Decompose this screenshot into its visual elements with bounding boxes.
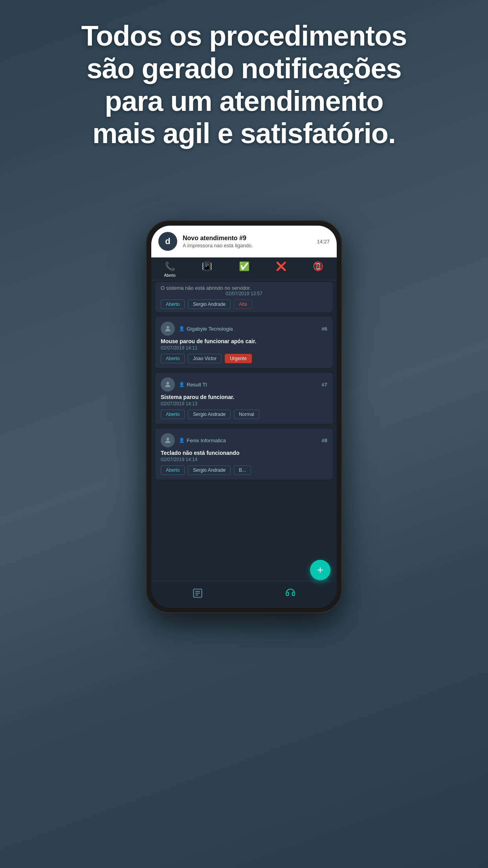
ticket-header-8: 👤 Fenix Informatica #8 (161, 433, 327, 447)
partial-ticket-date: 02/07/2019 13:57 (161, 291, 327, 296)
ticket-num-6: #6 (322, 326, 327, 332)
ticket-avatar-8 (161, 433, 175, 447)
svg-point-1 (167, 382, 169, 384)
tag-status-7: Aberto (161, 410, 185, 419)
ticket-title-7: Sistema parou de funcionar. (161, 394, 327, 400)
phone-mockup: d Novo atendimento #9 A impressora nao e… (146, 220, 342, 613)
tag-status-6: Aberto (161, 354, 185, 363)
tab-aberto[interactable]: 📞 Aberto (151, 261, 188, 278)
ticket-card-7[interactable]: 👤 Result TI #7 Sistema parou de funciona… (155, 373, 333, 424)
ticket-avatar-6 (161, 322, 175, 336)
ticket-avatar-7 (161, 377, 175, 392)
phone-body: d Novo atendimento #9 A impressora nao e… (146, 220, 342, 613)
notification-time: 14:27 (317, 239, 330, 245)
tab-2[interactable]: 📳 (188, 261, 225, 278)
fab-button[interactable]: + (310, 560, 330, 580)
tab-4[interactable]: ❌ (262, 261, 299, 278)
ticket-info-6: 👤 Gigabyte Tecnologia #6 (179, 326, 327, 332)
notification-content: Novo atendimento #9 A impressora nao est… (183, 235, 311, 248)
notification-avatar: d (158, 232, 177, 251)
ticket-date-6: 02/07/2019 14:11 (161, 345, 327, 351)
headline-text: Todos os procedimentos são gerado notifi… (16, 20, 472, 150)
ticket-num-7: #7 (322, 382, 327, 388)
ticket-title-8: Teclado não está funcionando (161, 450, 327, 456)
ticket-date-7: 02/07/2019 14:13 (161, 401, 327, 406)
ticket-card-8[interactable]: 👤 Fenix Informatica #8 Teclado não está … (155, 428, 333, 480)
tab-5[interactable]: 📵 (300, 261, 337, 278)
ticket-company-8: 👤 Fenix Informatica #8 (179, 438, 327, 443)
notification-subtitle: A impressora nao está ligando. (183, 243, 311, 248)
ticket-tags-6: Aberto Joao Victor Urgente (161, 354, 327, 363)
tag-person-8: Sergio Andrade (188, 465, 231, 475)
tab-bar: 📞 Aberto 📳 ✅ ❌ 📵 (151, 257, 337, 280)
tag-status-8: Aberto (161, 465, 185, 475)
tag-priority-6: Urgente (225, 354, 252, 363)
tag-person-6: Joao Victor (188, 354, 222, 363)
tag-priority-7: Normal (234, 410, 259, 419)
bottom-nav-tickets[interactable] (192, 588, 203, 601)
ticket-card-6[interactable]: 👤 Gigabyte Tecnologia #6 Mouse parou de … (155, 317, 333, 368)
phone-screen: d Novo atendimento #9 A impressora nao e… (151, 226, 337, 608)
tickets-list: O sistema não está abrindo no servidor. … (151, 280, 337, 581)
check-icon: ✅ (239, 261, 250, 272)
phone-icon: 📞 (165, 261, 175, 272)
tab-3[interactable]: ✅ (226, 261, 262, 278)
partial-ticket-text: O sistema não está abrindo no servidor. (161, 285, 327, 291)
bottom-nav (151, 581, 337, 608)
svg-point-0 (167, 326, 169, 329)
partial-ticket-tags: Aberto Sergio Andrade Alta (161, 300, 327, 309)
notification-banner[interactable]: d Novo atendimento #9 A impressora nao e… (151, 226, 337, 257)
ticket-company-6: 👤 Gigabyte Tecnologia #6 (179, 326, 327, 332)
tag-priority-8: B... (234, 465, 251, 475)
notification-title: Novo atendimento #9 (183, 235, 311, 242)
tag-person: Sergio Andrade (188, 300, 231, 309)
phone-vibrate-icon: 📳 (202, 261, 212, 272)
tag-status-aberto: Aberto (161, 300, 185, 309)
ticket-partial-top[interactable]: O sistema não está abrindo no servidor. … (155, 282, 333, 312)
headline-section: Todos os procedimentos são gerado notifi… (0, 12, 488, 158)
ticket-tags-7: Aberto Sergio Andrade Normal (161, 410, 327, 419)
ticket-info-7: 👤 Result TI #7 (179, 382, 327, 388)
tag-priority-alta: Alta (234, 300, 252, 309)
ticket-tags-8: Aberto Sergio Andrade B... (161, 465, 327, 475)
bottom-nav-support[interactable] (285, 588, 296, 601)
cross-icon: ❌ (276, 261, 286, 272)
ticket-num-8: #8 (322, 438, 327, 443)
no-phone-icon: 📵 (313, 261, 323, 272)
ticket-header-6: 👤 Gigabyte Tecnologia #6 (161, 322, 327, 336)
ticket-header-7: 👤 Result TI #7 (161, 377, 327, 392)
ticket-company-7: 👤 Result TI #7 (179, 382, 327, 388)
headset-icon (285, 588, 296, 601)
tag-person-7: Sergio Andrade (188, 410, 231, 419)
svg-point-2 (167, 438, 169, 440)
ticket-title-6: Mouse parou de funcionar após cair. (161, 338, 327, 344)
tickets-list-icon (192, 588, 203, 601)
ticket-info-8: 👤 Fenix Informatica #8 (179, 438, 327, 443)
ticket-date-8: 02/07/2019 14:14 (161, 457, 327, 462)
